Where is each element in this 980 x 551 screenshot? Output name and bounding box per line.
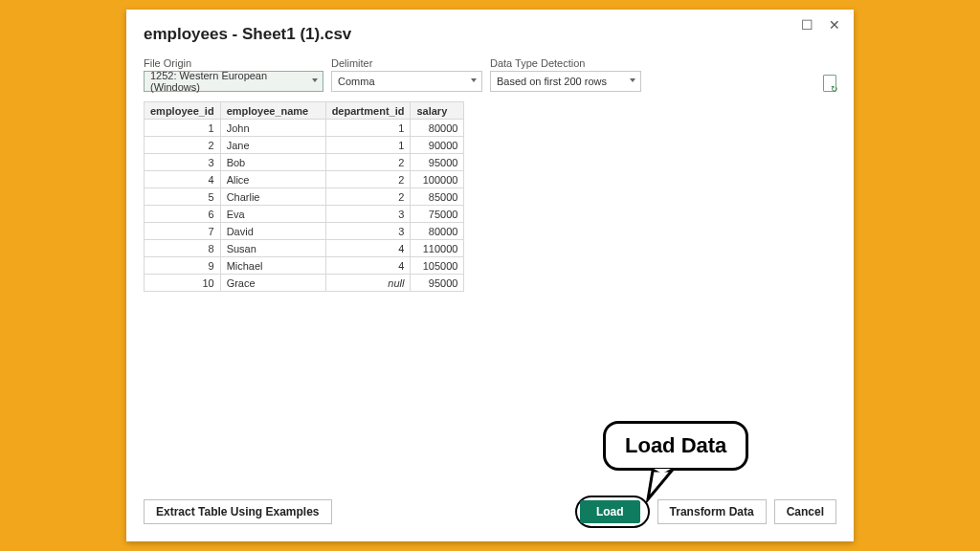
cell: 80000 xyxy=(411,223,464,240)
maximize-icon[interactable]: ☐ xyxy=(797,15,817,34)
cell: Grace xyxy=(220,275,325,292)
cell: 8 xyxy=(145,240,221,257)
cell: Bob xyxy=(220,154,325,171)
detection-option: Data Type Detection Based on first 200 r… xyxy=(490,57,641,92)
cell: 75000 xyxy=(411,206,464,223)
cell: 10 xyxy=(145,275,221,292)
col-header: employee_name xyxy=(220,102,325,120)
cell: 90000 xyxy=(411,137,464,154)
cell: 4 xyxy=(325,240,411,257)
chevron-down-icon xyxy=(630,78,635,82)
cell: 7 xyxy=(145,223,221,240)
table-row: 10Gracenull95000 xyxy=(145,275,464,292)
col-header: employee_id xyxy=(145,102,221,120)
detection-label: Data Type Detection xyxy=(490,57,641,69)
table-row: 7David380000 xyxy=(145,223,464,240)
table-row: 6Eva375000 xyxy=(145,206,464,223)
table-row: 3Bob295000 xyxy=(145,154,464,171)
cell: 1 xyxy=(145,120,221,137)
cell: Michael xyxy=(220,257,325,275)
cell: Susan xyxy=(220,240,325,257)
cell: 100000 xyxy=(411,171,464,188)
cell: John xyxy=(220,120,325,137)
cell: 1 xyxy=(325,120,411,137)
dialog-footer: Extract Table Using Examples Load Transf… xyxy=(144,496,836,528)
cell: 5 xyxy=(145,188,221,206)
load-button-highlight: Load xyxy=(575,496,650,528)
table-row: 9Michael4105000 xyxy=(145,257,464,275)
cell: 3 xyxy=(325,223,411,240)
delimiter-option: Delimiter Comma xyxy=(331,57,482,92)
cell: 85000 xyxy=(411,188,464,206)
import-options: File Origin 1252: Western European (Wind… xyxy=(144,57,836,92)
col-header: salary xyxy=(411,102,464,120)
cell: 2 xyxy=(325,188,411,206)
cell: Alice xyxy=(220,171,325,188)
cell: 4 xyxy=(145,171,221,188)
svg-marker-0 xyxy=(648,471,672,499)
cell: 3 xyxy=(145,154,221,171)
cell: Eva xyxy=(220,206,325,223)
cell: Charlie xyxy=(220,188,325,206)
cell: 2 xyxy=(145,137,221,154)
table-row: 8Susan4110000 xyxy=(145,240,464,257)
table-row: 1John180000 xyxy=(145,120,464,137)
close-icon[interactable]: ✕ xyxy=(825,15,844,34)
load-button[interactable]: Load xyxy=(580,500,640,523)
cell: 3 xyxy=(325,206,411,223)
file-origin-label: File Origin xyxy=(144,57,323,69)
delimiter-dropdown[interactable]: Comma xyxy=(331,71,482,92)
csv-preview-dialog: ☐ ✕ employees - Sheet1 (1).csv File Orig… xyxy=(126,10,854,541)
file-origin-dropdown[interactable]: 1252: Western European (Windows) xyxy=(144,71,323,92)
chevron-down-icon xyxy=(312,78,318,82)
annotation-text: Load Data xyxy=(625,433,726,457)
cell: null xyxy=(325,275,411,292)
table-header-row: employee_id employee_name department_id … xyxy=(145,102,464,120)
table-row: 5Charlie285000 xyxy=(145,188,464,206)
cell: David xyxy=(220,223,325,240)
dialog-title: employees - Sheet1 (1).csv xyxy=(144,25,836,44)
cell: 95000 xyxy=(411,275,464,292)
extract-table-button[interactable]: Extract Table Using Examples xyxy=(144,499,332,524)
table-row: 2Jane190000 xyxy=(145,137,464,154)
refresh-preview-icon[interactable] xyxy=(823,75,836,92)
chevron-down-icon xyxy=(471,78,477,82)
cell: 6 xyxy=(145,206,221,223)
cell: 4 xyxy=(325,257,411,275)
cell: 95000 xyxy=(411,154,464,171)
data-preview-table: employee_id employee_name department_id … xyxy=(144,101,464,292)
annotation-callout: Load Data xyxy=(603,421,748,471)
cell: 105000 xyxy=(411,257,464,275)
window-controls: ☐ ✕ xyxy=(797,15,844,34)
cell: 110000 xyxy=(411,240,464,257)
delimiter-label: Delimiter xyxy=(331,57,482,69)
cell: 80000 xyxy=(411,120,464,137)
file-origin-value: 1252: Western European (Windows) xyxy=(150,70,305,93)
cancel-button[interactable]: Cancel xyxy=(774,499,836,524)
cell: 2 xyxy=(325,154,411,171)
cell: 1 xyxy=(325,137,411,154)
table-row: 4Alice2100000 xyxy=(145,171,464,188)
detection-dropdown[interactable]: Based on first 200 rows xyxy=(490,71,641,92)
cell: Jane xyxy=(220,137,325,154)
cell: 9 xyxy=(145,257,221,275)
file-origin-option: File Origin 1252: Western European (Wind… xyxy=(144,57,323,92)
detection-value: Based on first 200 rows xyxy=(497,76,607,87)
delimiter-value: Comma xyxy=(338,76,375,87)
cell: 2 xyxy=(325,171,411,188)
col-header: department_id xyxy=(325,102,411,120)
